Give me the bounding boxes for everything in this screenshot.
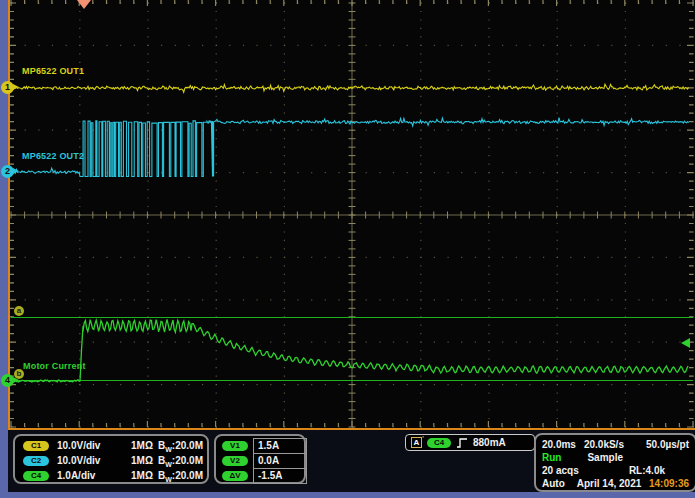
acquisition-info-box[interactable]: 20.0ms 20.0kS/s 50.0µs/pt Run Sample 20 … (534, 433, 695, 492)
status-bar: C1 10.0V/div 1MΩ BW:20.0M C2 10.0V/div 1… (8, 430, 695, 492)
ch4-badge[interactable]: C4 (23, 471, 49, 481)
ch4-settings-row[interactable]: C4 1.0A/div 1MΩ BW:20.0M (15, 469, 207, 484)
cursor-dv-value: -1.5A (253, 468, 307, 484)
sample-rate: 20.0kS/s (584, 438, 624, 451)
cursor-a-handle[interactable]: a (14, 306, 24, 316)
ch2-position-marker[interactable]: 2 (1, 165, 14, 178)
ch1-badge[interactable]: C1 (23, 441, 49, 451)
ch4-impedance: 1MΩ (131, 470, 153, 481)
cursor-v2-badge[interactable]: V2 (222, 456, 248, 466)
ch2-bandwidth: BW:20.0M (158, 455, 203, 468)
oscilloscope-screen: MP6522 OUT1 MP6522 OUT2 Motor Current 1 … (0, 0, 695, 498)
cursor-v1-row: V1 1.5A (216, 438, 304, 453)
graticule-and-traces (10, 0, 694, 428)
ch2-scale: 10.0V/div (57, 455, 100, 466)
trigger-readout-box[interactable]: A C4 880mA (405, 434, 535, 451)
ch4-bandwidth: BW:20.0M (158, 470, 203, 483)
acq-mode: Sample (587, 451, 623, 464)
ch1-bandwidth: BW:20.0M (158, 440, 203, 453)
ch1-trace-label: MP6522 OUT1 (22, 66, 84, 76)
time-display: 14:09:36 (649, 477, 689, 490)
trigger-level-arrow-icon[interactable] (681, 338, 690, 348)
ch4-scale: 1.0A/div (57, 470, 95, 481)
cursor-v2-row: V2 0.0A (216, 453, 304, 468)
run-state: Run (542, 451, 561, 464)
ch4-trace-label: Motor Current (23, 361, 86, 371)
acq-count: 20 acqs (542, 464, 579, 477)
c1-trace (11, 84, 689, 92)
cursor-v2-value: 0.0A (253, 453, 307, 469)
ch2-impedance: 1MΩ (131, 455, 153, 466)
trigger-position-marker-icon[interactable] (77, 0, 91, 9)
cursor-v1-badge[interactable]: V1 (222, 441, 248, 451)
trigger-sweep-mode: Auto (542, 477, 565, 490)
ch2-trace-label: MP6522 OUT2 (22, 151, 84, 161)
cursor-dv-badge[interactable]: ΔV (222, 471, 248, 481)
horizontal-scale: 20.0ms (542, 438, 576, 451)
ch2-settings-row[interactable]: C2 10.0V/div 1MΩ BW:20.0M (15, 454, 207, 469)
ch1-scale: 10.0V/div (57, 440, 100, 451)
ch1-position-marker[interactable]: 1 (1, 81, 14, 94)
cursor-dv-row: ΔV -1.5A (216, 468, 304, 483)
cursor-b-handle[interactable]: b (14, 369, 24, 379)
rising-edge-icon (456, 437, 468, 449)
record-length: RL:4.0k (629, 464, 665, 477)
trigger-a-badge: A (411, 437, 422, 448)
cursor-v1-value: 1.5A (253, 438, 307, 454)
waveform-display[interactable]: MP6522 OUT1 MP6522 OUT2 Motor Current 1 … (8, 0, 695, 430)
date-display: April 14, 2021 (577, 477, 641, 490)
ch4-position-marker[interactable]: 4 (1, 374, 14, 387)
ch1-settings-row[interactable]: C1 10.0V/div 1MΩ BW:20.0M (15, 439, 207, 454)
trigger-source-badge[interactable]: C4 (427, 438, 451, 448)
cursor-readout-box[interactable]: V1 1.5A V2 0.0A ΔV -1.5A (214, 434, 306, 484)
ch2-badge[interactable]: C2 (23, 456, 49, 466)
trigger-level-value: 880mA (473, 437, 506, 448)
channel-settings-box[interactable]: C1 10.0V/div 1MΩ BW:20.0M C2 10.0V/div 1… (13, 434, 209, 484)
ch1-impedance: 1MΩ (131, 440, 153, 451)
sample-resolution: 50.0µs/pt (646, 438, 689, 451)
